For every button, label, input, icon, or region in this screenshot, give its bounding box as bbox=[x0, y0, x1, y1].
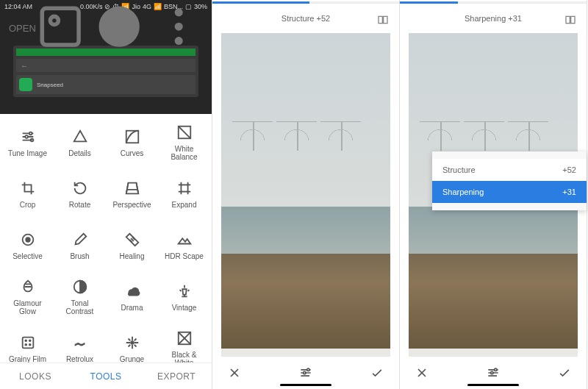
glamour-icon bbox=[20, 279, 36, 295]
svg-rect-0 bbox=[42, 8, 79, 45]
popup-row-sharpening[interactable]: Sharpening +31 bbox=[432, 181, 587, 203]
tool-hdr[interactable]: HDR Scape bbox=[158, 220, 210, 271]
back-icon: ← bbox=[21, 62, 28, 70]
svg-point-2 bbox=[99, 6, 140, 46]
svg-rect-27 bbox=[571, 16, 575, 23]
svg-point-1 bbox=[50, 16, 58, 24]
tool-healing[interactable]: Healing bbox=[106, 220, 158, 271]
curves-icon bbox=[124, 129, 140, 145]
photo-preview[interactable] bbox=[221, 33, 390, 349]
tool-bw[interactable]: Black &White bbox=[158, 323, 210, 363]
hdr-icon bbox=[176, 232, 193, 248]
tool-label: Retrolux bbox=[66, 355, 93, 363]
tool-label: Vintage bbox=[172, 304, 197, 312]
bw-icon bbox=[176, 330, 193, 346]
tool-tune[interactable]: Tune Image bbox=[1, 117, 54, 168]
tool-perspective[interactable]: Perspective bbox=[106, 168, 158, 220]
bottom-tabs: LOOKS TOOLS EXPORT bbox=[0, 363, 212, 389]
tool-retrolux[interactable]: Retrolux bbox=[54, 323, 106, 363]
parameter-popup: Structure +52 Sharpening +31 bbox=[432, 151, 587, 210]
popup-value: +52 bbox=[562, 165, 576, 174]
more-icon[interactable] bbox=[154, 2, 203, 54]
svg-point-29 bbox=[491, 371, 493, 374]
svg-point-25 bbox=[304, 371, 306, 374]
popup-label: Structure bbox=[442, 165, 476, 174]
tool-drama[interactable]: Drama bbox=[106, 271, 158, 323]
tab-looks[interactable]: LOOKS bbox=[0, 363, 71, 389]
grainy-icon bbox=[20, 335, 36, 351]
tool-label: GlamourGlow bbox=[13, 299, 41, 315]
perspective-icon bbox=[124, 180, 140, 196]
home-indicator bbox=[280, 384, 331, 386]
tools-pane: 12:04 AM 0.00K/s ⊘ ⏱ 📶 Jio 4G 📶 BSN... ▢… bbox=[0, 0, 212, 389]
tool-grunge[interactable]: Grunge bbox=[106, 323, 158, 363]
svg-rect-26 bbox=[566, 16, 570, 23]
svg-point-13 bbox=[26, 238, 30, 242]
crop-icon bbox=[20, 180, 36, 196]
selective-icon bbox=[20, 232, 36, 248]
apply-button[interactable] bbox=[557, 365, 572, 380]
tool-label: Black &White bbox=[172, 351, 197, 363]
tool-selective[interactable]: Selective bbox=[1, 220, 54, 271]
dimmed-overlay: 12:04 AM 0.00K/s ⊘ ⏱ 📶 Jio 4G 📶 BSN... ▢… bbox=[0, 0, 212, 114]
adjust-button[interactable] bbox=[298, 365, 313, 380]
svg-point-3 bbox=[174, 8, 182, 16]
tool-tonal[interactable]: TonalContrast bbox=[54, 271, 106, 323]
tool-rotate[interactable]: Rotate bbox=[54, 168, 106, 220]
svg-point-7 bbox=[25, 135, 28, 138]
drama-icon bbox=[124, 283, 140, 299]
search-bar[interactable]: ← bbox=[16, 59, 196, 72]
svg-point-17 bbox=[29, 340, 30, 341]
svg-rect-15 bbox=[22, 337, 33, 348]
tool-label: Grunge bbox=[120, 355, 144, 363]
app-result[interactable]: Snapseed bbox=[16, 75, 196, 94]
tool-label: WhiteBalance bbox=[171, 145, 197, 161]
svg-point-5 bbox=[174, 37, 182, 45]
image-icon[interactable] bbox=[36, 2, 85, 54]
svg-point-20 bbox=[131, 341, 134, 344]
svg-point-19 bbox=[29, 343, 30, 345]
tab-tools[interactable]: TOOLS bbox=[71, 363, 141, 389]
compare-icon[interactable] bbox=[564, 14, 576, 26]
tool-label: Crop bbox=[20, 201, 36, 209]
app-header: OPEN bbox=[0, 13, 212, 43]
tool-brush[interactable]: Brush bbox=[54, 220, 106, 271]
tool-label: Curves bbox=[121, 149, 144, 157]
white-balance-icon bbox=[176, 124, 193, 140]
tool-vintage[interactable]: Vintage bbox=[158, 271, 210, 323]
adjust-button[interactable] bbox=[486, 365, 501, 380]
svg-rect-23 bbox=[384, 16, 387, 23]
popup-label: Sharpening bbox=[442, 188, 484, 196]
details-icon bbox=[72, 129, 88, 145]
apply-button[interactable] bbox=[370, 365, 384, 380]
tool-label: HDR Scape bbox=[165, 252, 204, 260]
tool-crop[interactable]: Crop bbox=[1, 168, 54, 220]
compare-icon[interactable] bbox=[377, 14, 389, 26]
cancel-button[interactable] bbox=[227, 365, 242, 380]
tool-label: Brush bbox=[70, 252, 89, 260]
slider-label: Structure +52 bbox=[282, 14, 330, 23]
retrolux-icon bbox=[72, 335, 88, 351]
open-button[interactable]: OPEN bbox=[9, 23, 36, 34]
tool-label: Grainy Film bbox=[9, 355, 46, 363]
tool-label: Tune Image bbox=[8, 149, 47, 157]
tool-label: Selective bbox=[12, 252, 43, 260]
tool-grainy[interactable]: Grainy Film bbox=[1, 323, 54, 363]
tonal-icon bbox=[72, 279, 88, 295]
tool-expand[interactable]: Expand bbox=[158, 168, 210, 220]
tool-glamour[interactable]: GlamourGlow bbox=[1, 271, 54, 323]
rotate-icon bbox=[72, 180, 88, 196]
tool-white-balance[interactable]: WhiteBalance bbox=[158, 117, 210, 168]
tool-label: TonalContrast bbox=[66, 299, 94, 315]
info-icon[interactable] bbox=[95, 2, 143, 54]
home-indicator bbox=[467, 384, 519, 386]
tool-curves[interactable]: Curves bbox=[106, 117, 158, 168]
tab-export[interactable]: EXPORT bbox=[141, 363, 212, 389]
popup-row-structure[interactable]: Structure +52 bbox=[432, 159, 587, 181]
structure-pane: Structure +52 bbox=[212, 0, 400, 389]
snapseed-icon bbox=[19, 78, 32, 91]
tool-details[interactable]: Details bbox=[54, 117, 106, 168]
cancel-button[interactable] bbox=[415, 365, 429, 380]
svg-point-16 bbox=[25, 340, 26, 341]
svg-point-4 bbox=[174, 22, 182, 30]
